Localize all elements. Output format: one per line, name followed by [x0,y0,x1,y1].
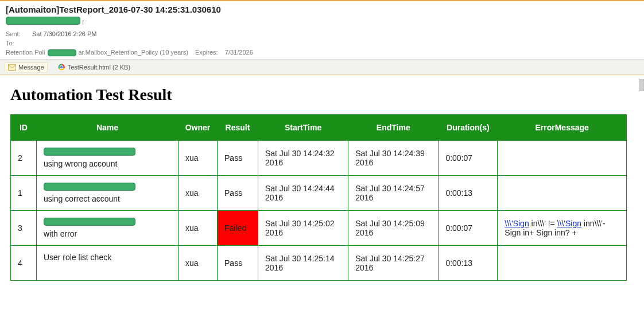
col-header-end: EndTime [348,115,439,141]
attachment-file[interactable]: TestResult.html (2 KB) [55,63,133,72]
redaction-name [44,218,135,226]
name-text: using correct account [44,194,120,203]
cell-name: using wrong account [36,141,178,176]
col-header-duration: Duration(s) [439,115,498,141]
cell-id: 4 [11,246,37,281]
cell-owner: xua [179,211,218,246]
cell-error [498,141,627,176]
cell-owner: xua [179,176,218,211]
from-row: i [6,17,638,26]
col-header-start: StartTime [258,115,348,141]
attachment-file-label: TestResult.html (2 KB) [68,64,130,71]
message-tab-label: Message [18,64,44,71]
retention-row: Retention Poli ar.Mailbox_Retention_Poli… [6,48,638,57]
sent-label: Sent: [6,29,28,38]
cell-error [498,246,627,281]
cell-id: 2 [11,141,37,176]
error-link[interactable]: \\\'Sign [557,219,581,228]
email-subject: [Automaiton]TestReport_2016-07-30 14:25:… [6,5,638,14]
cell-duration: 0:00:13 [439,246,498,281]
cell-owner: xua [179,141,218,176]
redaction-from [6,17,80,25]
expires-value: 7/31/2026 [225,49,253,56]
cell-duration: 0:00:07 [439,211,498,246]
expires-label: Expires: [195,49,218,56]
chrome-icon [57,63,65,71]
table-row: 2using wrong accountxuaPassSat Jul 30 14… [11,141,627,176]
col-header-name: Name [36,115,178,141]
email-header: [Automaiton]TestReport_2016-07-30 14:25:… [0,1,644,60]
cell-duration: 0:00:13 [439,176,498,211]
cell-start: Sat Jul 30 14:25:14 2016 [258,246,348,281]
name-text: User role list check [44,253,111,262]
cell-name: using correct account [36,176,178,211]
mail-icon [8,63,16,71]
cell-end: Sat Jul 30 14:24:39 2016 [348,141,439,176]
error-text: in\\\' != [529,219,557,228]
cell-owner: xua [179,246,218,281]
cell-result: Failed [218,211,258,246]
cell-error [498,176,627,211]
report-title: Automation Test Result [10,86,634,104]
cell-result: Pass [218,141,258,176]
cell-end: Sat Jul 30 14:24:57 2016 [348,176,439,211]
name-text: using wrong account [44,159,117,168]
email-body: Automation Test Result ID Name Owner Res… [0,75,644,292]
attachments-bar: Message TestResult.html (2 KB) [0,60,644,75]
col-header-error: ErrorMessage [498,115,627,141]
col-header-result: Result [218,115,258,141]
col-header-owner: Owner [179,115,218,141]
cell-result: Pass [218,176,258,211]
cell-start: Sat Jul 30 14:24:32 2016 [258,141,348,176]
cell-duration: 0:00:07 [439,141,498,176]
redaction-name [44,183,135,191]
retention-left: Retention Poli ar.Mailbox_Retention_Poli… [6,48,188,57]
table-row: 4User role list checkxuaPassSat Jul 30 1… [11,246,627,281]
cell-error: \\\'Sign in\\\' != \\\'Sign inn\\\'- Sig… [498,211,627,246]
cell-end: Sat Jul 30 14:25:09 2016 [348,211,439,246]
from-trail: i [82,19,83,26]
col-header-id: ID [11,115,37,141]
to-row: To: [6,38,638,48]
expires-group: Expires: 7/31/2026 [195,48,253,57]
retention-value: ar.Mailbox_Retention_Policy (10 years) [79,48,188,57]
sent-value: Sat 7/30/2016 2:26 PM [32,29,97,38]
redaction-retention [48,49,76,56]
table-header-row: ID Name Owner Result StartTime EndTime D… [11,115,627,141]
table-row: 3with errorxuaFailedSat Jul 30 14:25:02 … [11,211,627,246]
error-link[interactable]: \\\'Sign [505,219,529,228]
cell-start: Sat Jul 30 14:25:02 2016 [258,211,348,246]
sent-row: Sent: Sat 7/30/2016 2:26 PM [6,29,638,38]
cell-id: 3 [11,211,37,246]
scrollbar-thumb[interactable] [639,79,644,91]
report-table: ID Name Owner Result StartTime EndTime D… [10,114,627,281]
cell-id: 1 [11,176,37,211]
retention-label: Retention Poli [6,48,45,57]
cell-end: Sat Jul 30 14:25:27 2016 [348,246,439,281]
table-row: 1using correct accountxuaPassSat Jul 30 … [11,176,627,211]
name-text: with error [44,229,77,238]
cell-name: with error [36,211,178,246]
cell-start: Sat Jul 30 14:24:44 2016 [258,176,348,211]
redaction-name [44,148,135,156]
cell-result: Pass [218,246,258,281]
cell-name: User role list check [36,246,178,281]
to-label: To: [6,38,28,48]
message-tab[interactable]: Message [5,62,48,72]
